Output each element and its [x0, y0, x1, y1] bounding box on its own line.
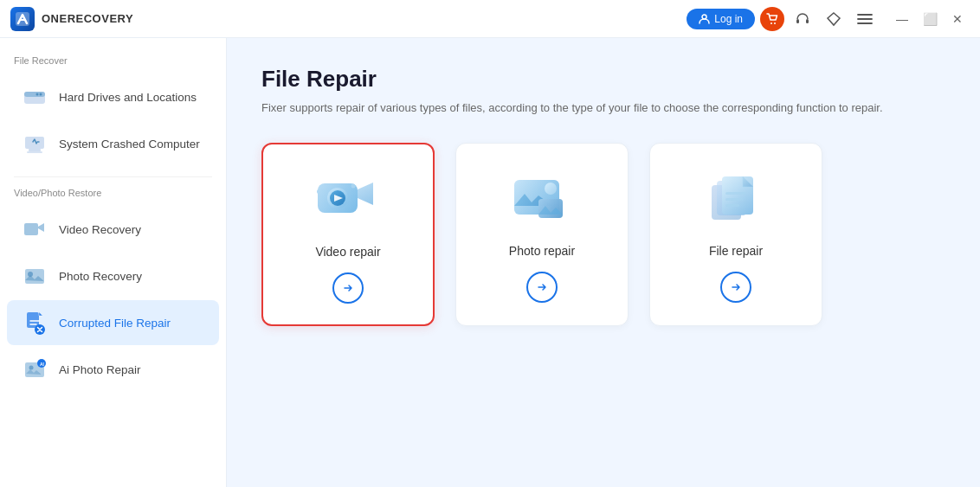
svg-rect-16	[27, 151, 42, 153]
arrow-right-icon	[730, 281, 742, 293]
repair-cards-row: Video repair	[261, 143, 945, 326]
svg-rect-14	[25, 137, 44, 149]
svg-rect-15	[29, 149, 41, 151]
sidebar-item-ai-photo-repair[interactable]: AI Ai Photo Repair	[7, 347, 219, 392]
sidebar-section-file-recover: File Recover	[0, 55, 226, 73]
svg-rect-18	[25, 269, 44, 284]
page-description: Fixer supports repair of various types o…	[261, 99, 945, 117]
sidebar: File Recover Hard Drives and Locations	[0, 38, 227, 487]
hamburger-icon	[856, 12, 874, 26]
sidebar-label-hard-drives: Hard Drives and Locations	[59, 91, 197, 104]
menu-button[interactable]	[852, 6, 878, 32]
app-name: ONERECOVERY	[42, 12, 133, 25]
svg-point-12	[40, 93, 42, 96]
photo-recovery-icon	[21, 262, 48, 290]
sidebar-item-corrupted-file-repair[interactable]: Corrupted File Repair	[7, 300, 219, 345]
title-bar-left: ONERECOVERY	[10, 7, 133, 31]
file-repair-label: File repair	[709, 244, 763, 258]
video-repair-label: Video repair	[315, 245, 380, 259]
sidebar-label-corrupted-file-repair: Corrupted File Repair	[59, 317, 171, 330]
user-icon	[699, 13, 710, 24]
sidebar-item-hard-drives[interactable]: Hard Drives and Locations	[7, 74, 219, 119]
svg-rect-40	[725, 198, 743, 201]
video-repair-card[interactable]: Video repair	[261, 143, 435, 326]
photo-repair-icon	[507, 170, 577, 230]
close-button[interactable]: ✕	[945, 7, 970, 31]
svg-point-33	[545, 183, 557, 195]
svg-rect-5	[806, 19, 809, 23]
window-controls: — ⬜ ✕	[890, 7, 970, 31]
sidebar-item-photo-recovery[interactable]: Photo Recovery	[7, 253, 219, 298]
diamond-button[interactable]	[821, 6, 847, 32]
svg-point-2	[770, 22, 772, 24]
corrupted-file-icon	[21, 309, 48, 336]
page-title: File Repair	[261, 66, 945, 93]
video-recovery-icon	[21, 215, 48, 243]
svg-rect-41	[725, 204, 739, 207]
svg-point-13	[36, 93, 39, 96]
photo-repair-arrow-button[interactable]	[526, 272, 558, 303]
file-repair-icon	[701, 170, 770, 230]
video-repair-icon	[313, 170, 383, 231]
file-repair-card[interactable]: File repair	[649, 143, 822, 326]
sidebar-label-photo-recovery: Photo Recovery	[59, 270, 142, 283]
diamond-icon	[825, 10, 842, 28]
video-repair-arrow-button[interactable]	[332, 272, 364, 304]
headset-button[interactable]	[790, 6, 816, 32]
sidebar-item-video-recovery[interactable]: Video Recovery	[7, 207, 219, 252]
photo-repair-label: Photo repair	[509, 244, 575, 258]
cart-button[interactable]	[760, 7, 784, 31]
arrow-right-icon	[342, 282, 354, 294]
svg-point-23	[29, 366, 34, 370]
title-bar: ONERECOVERY Log in	[0, 0, 980, 38]
main-layout: File Recover Hard Drives and Locations	[0, 38, 980, 487]
file-repair-arrow-button[interactable]	[720, 272, 751, 303]
sidebar-label-ai-photo-repair: Ai Photo Repair	[59, 363, 141, 376]
svg-rect-4	[796, 19, 799, 23]
maximize-button[interactable]: ⬜	[918, 7, 942, 31]
ai-photo-icon: AI	[21, 356, 48, 383]
hard-drive-icon	[21, 83, 48, 111]
sidebar-section-video-photo: Video/Photo Restore	[0, 188, 226, 205]
sidebar-label-system-crashed: System Crashed Computer	[59, 138, 200, 151]
svg-point-30	[351, 183, 356, 188]
app-logo	[10, 7, 35, 31]
photo-repair-card[interactable]: Photo repair	[455, 143, 629, 326]
svg-rect-35	[538, 199, 563, 218]
cart-icon	[765, 12, 779, 26]
sidebar-label-video-recovery: Video Recovery	[59, 223, 141, 236]
sidebar-divider	[14, 176, 212, 177]
svg-rect-29	[317, 189, 322, 194]
svg-rect-17	[24, 223, 38, 235]
content-area: File Repair Fixer supports repair of var…	[227, 38, 980, 487]
minimize-button[interactable]: —	[890, 7, 914, 31]
svg-text:AI: AI	[40, 362, 45, 367]
svg-rect-39	[725, 192, 746, 195]
svg-marker-6	[828, 13, 840, 25]
svg-point-3	[774, 22, 776, 24]
sidebar-item-system-crashed[interactable]: System Crashed Computer	[7, 121, 219, 166]
arrow-right-icon	[536, 281, 548, 293]
login-button[interactable]: Log in	[687, 9, 755, 29]
title-bar-right: Log in	[687, 6, 970, 32]
system-crash-icon	[21, 130, 48, 157]
headset-icon	[794, 10, 811, 28]
